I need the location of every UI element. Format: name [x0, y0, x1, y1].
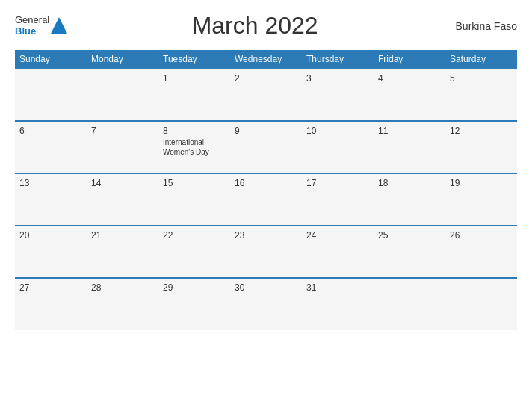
header-friday: Friday [374, 50, 445, 69]
day-number: 25 [378, 230, 441, 241]
table-row: 12 [445, 121, 517, 173]
day-number: 12 [450, 126, 513, 136]
table-row [445, 278, 517, 330]
table-row: 29 [158, 278, 230, 330]
calendar-week-row: 678International Women's Day9101112 [15, 121, 517, 173]
calendar-week-row: 13141516171819 [15, 173, 517, 226]
table-row: 22 [158, 226, 230, 278]
table-row [15, 69, 87, 121]
calendar-table: Sunday Monday Tuesday Wednesday Thursday… [15, 50, 517, 330]
day-number: 4 [378, 73, 441, 84]
table-row: 20 [15, 226, 87, 278]
day-number: 6 [19, 126, 82, 136]
table-row: 18 [374, 173, 445, 226]
table-row: 15 [158, 173, 230, 226]
day-number: 15 [163, 178, 226, 188]
month-title: March 2022 [67, 12, 442, 40]
logo: General Blue [15, 15, 67, 37]
header-saturday: Saturday [445, 50, 517, 69]
day-number: 14 [91, 178, 154, 188]
day-number: 13 [19, 178, 82, 188]
header-tuesday: Tuesday [158, 50, 230, 69]
day-number: 24 [306, 230, 369, 241]
day-number: 30 [235, 282, 297, 293]
day-number: 31 [306, 282, 369, 293]
day-number: 21 [91, 230, 154, 241]
day-number: 19 [450, 178, 513, 188]
table-row: 24 [302, 226, 374, 278]
table-row: 4 [374, 69, 445, 121]
day-number: 3 [306, 73, 369, 84]
day-number: 22 [163, 230, 226, 241]
day-number: 27 [19, 282, 82, 293]
country-label: Burkina Faso [442, 20, 517, 32]
table-row: 28 [87, 278, 158, 330]
day-number: 20 [19, 230, 82, 241]
header-thursday: Thursday [302, 50, 374, 69]
weekday-header-row: Sunday Monday Tuesday Wednesday Thursday… [15, 50, 517, 69]
table-row: 19 [445, 173, 517, 226]
calendar-container: General Blue March 2022 Burkina Faso Sun… [0, 0, 532, 411]
day-number: 8 [163, 126, 226, 136]
table-row: 26 [445, 226, 517, 278]
day-number: 23 [235, 230, 297, 241]
table-row: 17 [302, 173, 374, 226]
table-row: 30 [230, 278, 302, 330]
logo-text: General Blue [15, 15, 49, 37]
table-row: 10 [302, 121, 374, 173]
day-number: 1 [163, 73, 226, 84]
calendar-week-row: 20212223242526 [15, 226, 517, 278]
table-row: 31 [302, 278, 374, 330]
table-row [87, 69, 158, 121]
day-number: 5 [450, 73, 513, 84]
day-number: 28 [91, 282, 154, 293]
table-row: 27 [15, 278, 87, 330]
calendar-header: General Blue March 2022 Burkina Faso [15, 12, 517, 40]
day-number: 2 [235, 73, 297, 84]
table-row: 6 [15, 121, 87, 173]
table-row: 16 [230, 173, 302, 226]
logo-blue: Blue [15, 26, 49, 37]
calendar-week-row: 12345 [15, 69, 517, 121]
table-row: 3 [302, 69, 374, 121]
header-wednesday: Wednesday [230, 50, 302, 69]
table-row: 21 [87, 226, 158, 278]
table-row: 14 [87, 173, 158, 226]
calendar-week-row: 2728293031 [15, 278, 517, 330]
table-row: 9 [230, 121, 302, 173]
day-number: 29 [163, 282, 226, 293]
day-number: 18 [378, 178, 441, 188]
day-number: 9 [235, 126, 297, 136]
table-row: 25 [374, 226, 445, 278]
day-number: 26 [450, 230, 513, 241]
day-number: 7 [91, 126, 154, 136]
table-row: 23 [230, 226, 302, 278]
table-row: 8International Women's Day [158, 121, 230, 173]
header-monday: Monday [87, 50, 158, 69]
logo-icon [51, 17, 67, 34]
header-sunday: Sunday [15, 50, 87, 69]
day-number: 17 [306, 178, 369, 188]
table-row: 7 [87, 121, 158, 173]
table-row: 1 [158, 69, 230, 121]
table-row: 2 [230, 69, 302, 121]
svg-marker-0 [51, 17, 67, 34]
table-row: 13 [15, 173, 87, 226]
day-number: 11 [378, 126, 441, 136]
event-label: International Women's Day [163, 137, 226, 157]
table-row: 5 [445, 69, 517, 121]
table-row: 11 [374, 121, 445, 173]
day-number: 16 [235, 178, 297, 188]
day-number: 10 [306, 126, 369, 136]
table-row [374, 278, 445, 330]
logo-general: General [15, 15, 49, 25]
